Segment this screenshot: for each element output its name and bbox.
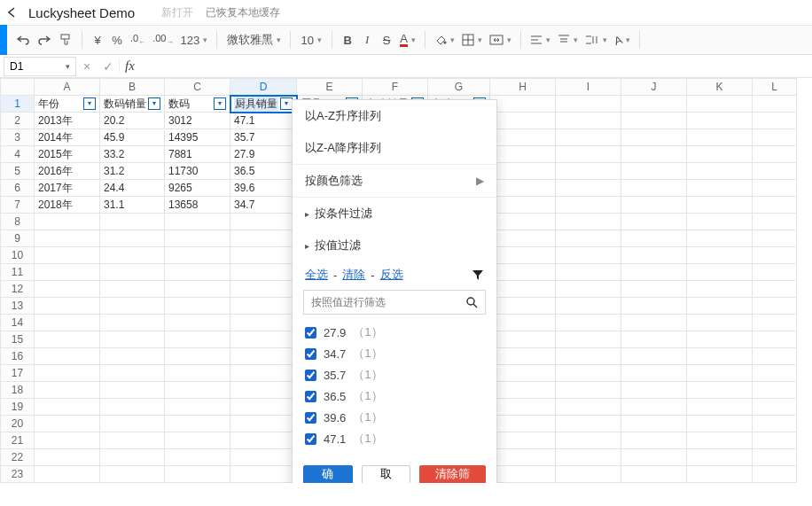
cell[interactable] [100,466,165,483]
cell[interactable] [556,113,621,129]
cell[interactable] [165,247,230,264]
cell[interactable] [230,416,297,432]
cell[interactable] [100,331,165,348]
cell[interactable] [490,365,556,382]
filter-value-checkbox[interactable] [305,391,316,402]
fill-color-button[interactable] [431,28,458,51]
cell[interactable] [687,113,753,129]
cell[interactable] [556,96,621,113]
cell[interactable] [490,146,556,163]
cell[interactable] [556,399,621,416]
cell[interactable] [100,449,165,466]
row-header[interactable]: 18 [1,382,35,399]
cell[interactable] [35,399,100,416]
column-header-L[interactable]: L [753,79,797,96]
filter-value-item[interactable]: 47.1（1） [305,428,484,449]
cell[interactable] [490,298,556,315]
cell[interactable] [165,331,230,348]
cell[interactable] [100,230,165,247]
clear-link[interactable]: 清除 [342,267,365,283]
cell[interactable] [621,466,687,483]
cell[interactable] [556,331,621,348]
strike-button[interactable]: S [377,28,396,51]
row-header[interactable]: 9 [1,230,35,247]
row-header[interactable]: 11 [1,264,35,281]
number-format-dropdown[interactable]: 123 [176,28,211,51]
cell[interactable] [100,399,165,416]
cell[interactable] [230,399,297,416]
percent-format-button[interactable]: % [107,28,127,51]
filter-cancel-button[interactable]: 取 消 [362,465,411,483]
cell[interactable] [230,449,297,466]
row-header[interactable]: 13 [1,298,35,315]
cell[interactable] [556,382,621,399]
back-icon[interactable] [7,7,20,18]
row-header[interactable]: 2 [1,113,35,129]
cell[interactable] [35,264,100,281]
cell[interactable]: 27.9 [230,146,297,163]
cell[interactable]: 7881 [165,146,230,163]
cell[interactable] [687,331,753,348]
filter-by-color-item[interactable]: 按颜色筛选▶ [293,165,496,197]
filter-search-input[interactable] [311,296,465,308]
cell[interactable] [621,214,687,230]
cell[interactable] [753,365,797,382]
cell[interactable] [556,466,621,483]
cell[interactable] [621,96,687,113]
cell[interactable]: 2016年 [35,163,100,180]
cell[interactable] [753,96,797,113]
cell[interactable] [687,348,753,365]
cell[interactable] [621,129,687,146]
cell[interactable] [753,416,797,432]
cell[interactable] [621,264,687,281]
format-painter-button[interactable] [55,28,76,51]
cell[interactable] [556,129,621,146]
filter-by-value-section[interactable]: ▸按值过滤 [293,230,496,261]
cell[interactable] [556,365,621,382]
cell[interactable] [556,416,621,432]
cell[interactable] [687,399,753,416]
cell[interactable] [753,163,797,180]
filter-dropdown-button[interactable] [148,97,160,110]
cell[interactable] [556,348,621,365]
filter-search[interactable] [303,290,486,315]
cell[interactable] [556,146,621,163]
column-header-A[interactable]: A [35,79,100,96]
merge-cells-button[interactable] [486,28,515,51]
filter-dropdown-button[interactable] [214,97,226,110]
cell[interactable] [490,163,556,180]
cell[interactable] [556,230,621,247]
cell[interactable] [490,197,556,214]
filter-dropdown-button[interactable] [280,97,293,110]
cell[interactable] [35,315,100,331]
cell[interactable]: 数码 [165,96,230,113]
cell[interactable] [230,466,297,483]
cell[interactable] [753,399,797,416]
cell[interactable] [35,449,100,466]
sort-ascending-item[interactable]: 以A-Z升序排列 [293,100,496,132]
cell[interactable] [556,432,621,449]
cancel-edit-icon[interactable]: × [76,59,98,74]
cell[interactable] [490,348,556,365]
cell[interactable] [621,315,687,331]
cell[interactable] [230,281,297,298]
cell[interactable] [100,247,165,264]
cell[interactable] [556,214,621,230]
cell[interactable]: 31.2 [100,163,165,180]
row-header[interactable]: 14 [1,315,35,331]
cell[interactable] [490,281,556,298]
cell[interactable] [490,466,556,483]
filter-value-checkbox[interactable] [305,370,316,381]
cell[interactable] [753,146,797,163]
filter-clear-button[interactable]: 清除筛选 [419,465,486,483]
cell[interactable] [100,365,165,382]
cell[interactable] [687,298,753,315]
cell[interactable] [165,281,230,298]
cell[interactable] [753,247,797,264]
cell[interactable] [687,315,753,331]
cell[interactable] [230,264,297,281]
cell[interactable] [621,230,687,247]
cell[interactable] [165,432,230,449]
row-header[interactable]: 23 [1,466,35,483]
cell[interactable] [230,298,297,315]
